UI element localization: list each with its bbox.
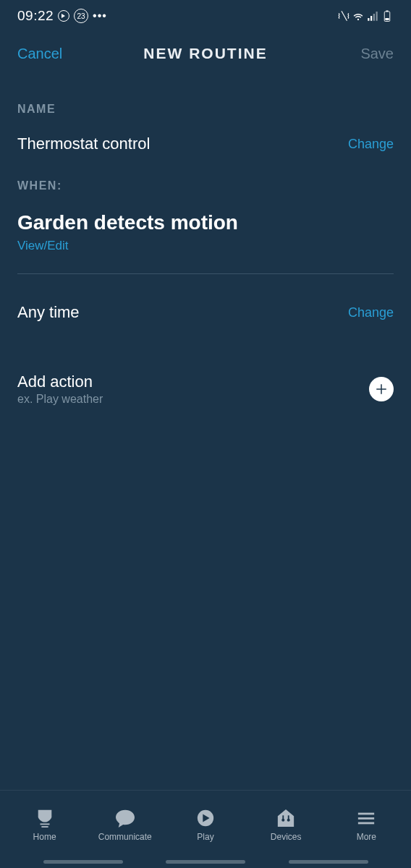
change-time-button[interactable]: Change xyxy=(348,305,394,320)
view-edit-button[interactable]: View/Edit xyxy=(17,239,69,253)
svg-rect-0 xyxy=(368,18,369,21)
trigger-title: Garden detects motion xyxy=(17,211,394,234)
nav-devices-label: Devices xyxy=(271,832,302,842)
add-action-title: Add action xyxy=(17,373,103,391)
nav-devices[interactable]: Devices xyxy=(250,809,322,842)
add-action-text: Add action ex. Play weather xyxy=(17,373,103,406)
change-name-button[interactable]: Change xyxy=(348,137,394,152)
signal-icon xyxy=(366,9,379,22)
gesture-bar xyxy=(289,860,368,864)
section-label-name: NAME xyxy=(17,103,394,116)
menu-icon xyxy=(355,809,377,827)
status-bar: 09:22 23 ••• xyxy=(0,0,411,32)
svg-rect-8 xyxy=(41,826,48,827)
battery-icon xyxy=(381,9,394,22)
add-action-row[interactable]: Add action ex. Play weather xyxy=(17,373,394,406)
routine-name-row: Thermostat control Change xyxy=(17,135,394,153)
home-icon xyxy=(34,809,56,827)
add-action-hint: ex. Play weather xyxy=(17,393,103,406)
wifi-icon xyxy=(352,9,365,22)
save-button[interactable]: Save xyxy=(336,46,394,62)
svg-rect-5 xyxy=(386,11,389,12)
gesture-area xyxy=(0,855,411,868)
svg-rect-14 xyxy=(358,812,374,814)
svg-rect-1 xyxy=(370,16,372,21)
svg-rect-16 xyxy=(358,822,374,824)
svg-rect-2 xyxy=(373,14,375,21)
status-left: 09:22 23 ••• xyxy=(17,8,107,24)
time-condition-value: Any time xyxy=(17,303,80,322)
gesture-bar xyxy=(166,860,245,864)
media-indicator-icon xyxy=(58,10,69,22)
more-notifications-icon: ••• xyxy=(93,10,107,22)
header: Cancel NEW ROUTINE Save xyxy=(0,32,411,75)
svg-rect-3 xyxy=(376,12,378,21)
devices-icon xyxy=(275,809,297,827)
gesture-bar xyxy=(43,860,123,864)
plus-icon xyxy=(375,383,388,396)
notification-count-badge: 23 xyxy=(74,9,88,23)
nav-home[interactable]: Home xyxy=(9,809,81,842)
cancel-button[interactable]: Cancel xyxy=(17,46,75,62)
section-label-when: WHEN: xyxy=(17,179,394,192)
status-right xyxy=(337,9,394,22)
nav-more-label: More xyxy=(357,832,376,842)
svg-rect-15 xyxy=(358,817,374,820)
nav-communicate[interactable]: Communicate xyxy=(89,809,161,842)
play-icon xyxy=(195,809,216,827)
nav-more[interactable]: More xyxy=(330,809,402,842)
svg-rect-12 xyxy=(283,815,284,820)
svg-rect-13 xyxy=(288,815,289,820)
content: NAME Thermostat control Change WHEN: Gar… xyxy=(0,75,411,790)
status-clock: 09:22 xyxy=(17,8,54,24)
nav-communicate-label: Communicate xyxy=(98,832,152,842)
add-action-button[interactable] xyxy=(369,377,394,401)
vibrate-icon xyxy=(337,9,350,22)
routine-name-value: Thermostat control xyxy=(17,135,150,153)
divider xyxy=(17,273,394,274)
bottom-nav: Home Communicate Play Devices More xyxy=(0,790,411,855)
time-condition-row: Any time Change xyxy=(17,303,394,322)
page-title: NEW ROUTINE xyxy=(75,45,336,62)
nav-home-label: Home xyxy=(33,832,56,842)
chat-icon xyxy=(114,809,136,827)
svg-rect-7 xyxy=(40,823,49,825)
nav-play[interactable]: Play xyxy=(169,809,242,842)
nav-play-label: Play xyxy=(197,832,213,842)
svg-rect-6 xyxy=(385,18,389,20)
